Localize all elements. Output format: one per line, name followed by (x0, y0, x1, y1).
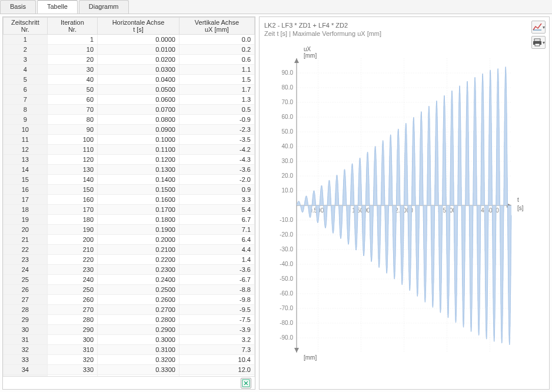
table-row[interactable]: 151400.1400-2.0 (4, 175, 255, 185)
cell: 6 (4, 85, 48, 95)
table-row[interactable]: 302900.2900-3.9 (4, 325, 255, 335)
chart-title: LK2 - LF3 * ZD1 + LF4 * ZD2 (264, 22, 544, 29)
tab-diagramm[interactable]: Diagramm (79, 0, 129, 14)
cell: 29 (4, 315, 48, 325)
tab-basis[interactable]: Basis (0, 0, 36, 14)
table-row[interactable]: 212000.20006.4 (4, 235, 255, 245)
svg-text:50.0: 50.0 (282, 128, 294, 135)
table-row[interactable]: 272600.2600-9.8 (4, 295, 255, 305)
table-row[interactable]: 6500.05001.7 (4, 85, 255, 95)
cell: 16 (4, 185, 48, 195)
cell: 12 (4, 145, 48, 155)
col-header: Iteration (47, 18, 97, 26)
cell: 18 (4, 205, 48, 215)
cell: 0.0300 (98, 65, 179, 75)
cell: 0.1600 (98, 195, 179, 205)
table-row[interactable]: 262500.2500-8.8 (4, 285, 255, 295)
table-row[interactable]: 343300.330012.0 (4, 365, 255, 375)
cell: 0.2400 (98, 275, 179, 285)
table-row[interactable]: 2100.01000.2 (4, 45, 255, 55)
table-row[interactable]: 313000.30003.2 (4, 335, 255, 345)
svg-text:30.0: 30.0 (282, 158, 294, 164)
cell: 30 (4, 325, 48, 335)
col-header: Zeitschritt (4, 18, 48, 26)
cell: -8.8 (179, 285, 254, 295)
cell: 100 (47, 135, 97, 145)
table-row[interactable]: 323100.31007.3 (4, 345, 255, 355)
table-row[interactable]: 171600.16003.3 (4, 195, 255, 205)
cell: 150 (47, 185, 97, 195)
table-panel: ZeitschrittIterationHorizontale AchseVer… (2, 16, 255, 390)
cell: 0.0800 (98, 115, 179, 125)
table-row[interactable]: 201900.19007.1 (4, 225, 255, 235)
svg-text:t: t (517, 197, 519, 203)
cell: 0.0700 (98, 105, 179, 115)
cell: 0.5 (179, 105, 254, 115)
table-row[interactable]: 121100.1100-4.2 (4, 145, 255, 155)
tab-bar: BasisTabelleDiagramm (0, 0, 552, 14)
col-header: Vertikale Achse (179, 18, 254, 26)
cell: 6.7 (179, 215, 254, 225)
table-row[interactable]: 333200.320010.4 (4, 355, 255, 365)
cell: 11 (4, 135, 48, 145)
cell: 0.9 (179, 185, 254, 195)
cell: 260 (47, 295, 97, 305)
table-row[interactable]: 181700.17005.4 (4, 205, 255, 215)
svg-text:4.5000: 4.5000 (481, 207, 499, 214)
svg-text:80.0: 80.0 (282, 84, 294, 91)
cell: 0.2 (179, 45, 254, 55)
table-row[interactable]: 131200.1200-4.3 (4, 155, 255, 165)
table-row[interactable]: 191800.18006.7 (4, 215, 255, 225)
cell: 32 (4, 345, 48, 355)
table-footer (3, 376, 255, 389)
cell: 0.1300 (98, 165, 179, 175)
cell: 0.2500 (98, 285, 179, 295)
cell: 220 (47, 255, 97, 265)
table-row[interactable]: 222100.21004.4 (4, 245, 255, 255)
cell: -4.2 (179, 145, 254, 155)
table-row[interactable]: 141300.1300-3.6 (4, 165, 255, 175)
cell: 90 (47, 125, 97, 135)
svg-text:70.0: 70.0 (282, 99, 294, 105)
table-row[interactable]: 8700.07000.5 (4, 105, 255, 115)
cell: 23 (4, 255, 48, 265)
tab-tabelle[interactable]: Tabelle (37, 0, 78, 14)
cell: 21 (4, 235, 48, 245)
table-row[interactable]: 111000.1000-3.5 (4, 135, 255, 145)
table-row[interactable]: 282700.2700-9.5 (4, 305, 255, 315)
table-row[interactable]: 4300.03001.1 (4, 65, 255, 75)
table-row[interactable]: 5400.04001.5 (4, 75, 255, 85)
table-row[interactable]: 9800.0800-0.9 (4, 115, 255, 125)
cell: 0.1200 (98, 155, 179, 165)
table-row[interactable]: 10900.0900-2.3 (4, 125, 255, 135)
table-row[interactable]: 232200.22001.4 (4, 255, 255, 265)
table-row[interactable]: 242300.2300-3.6 (4, 265, 255, 275)
cell: 34 (4, 365, 48, 375)
cell: 15 (4, 175, 48, 185)
chart-style-button[interactable]: ▾ (531, 21, 546, 34)
svg-text:-70.0: -70.0 (280, 305, 293, 311)
cell: 9 (4, 115, 48, 125)
cell: 10.4 (179, 355, 254, 365)
svg-text:-80.0: -80.0 (280, 320, 293, 326)
cell: 190 (47, 225, 97, 235)
table-row[interactable]: 161500.15000.9 (4, 185, 255, 195)
cell: 0.2900 (98, 325, 179, 335)
cell: 7.1 (179, 225, 254, 235)
table-scroll[interactable]: ZeitschrittIterationHorizontale AchseVer… (3, 17, 255, 376)
export-excel-button[interactable] (241, 378, 251, 388)
svg-text:-50.0: -50.0 (280, 275, 293, 282)
table-row[interactable]: 3200.02000.6 (4, 55, 255, 65)
svg-rect-1 (534, 39, 540, 41)
col-subheader: t [s] (98, 26, 179, 35)
cell: -9.8 (179, 295, 254, 305)
cell: 130 (47, 165, 97, 175)
table-row[interactable]: 7600.06001.3 (4, 95, 255, 105)
cell: 0.1100 (98, 145, 179, 155)
table-row[interactable]: 252400.2400-6.7 (4, 275, 255, 285)
cell: 200 (47, 235, 97, 245)
table-row[interactable]: 110.00000.0 (4, 35, 255, 45)
cell: 20 (4, 225, 48, 235)
table-row[interactable]: 292800.2800-7.5 (4, 315, 255, 325)
cell: 8 (4, 105, 48, 115)
